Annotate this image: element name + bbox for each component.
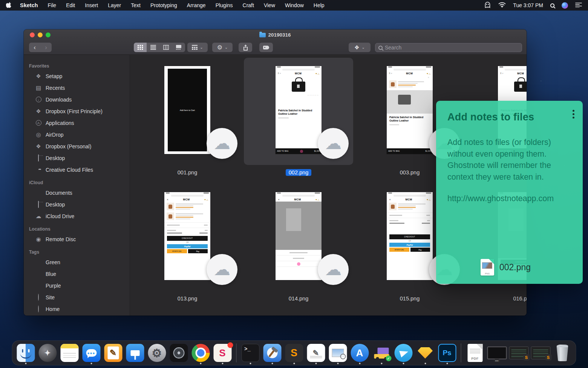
apple-menu-icon[interactable] (6, 2, 12, 9)
file-item-001[interactable]: Add Item to Cart ☁ 001.png (133, 58, 242, 165)
sidebar-tag-site[interactable]: Site (24, 291, 130, 303)
dock-system-preferences-icon[interactable]: ⚙ (147, 342, 167, 364)
dock-slack-icon[interactable]: S (213, 342, 233, 364)
dock-chrome-icon[interactable] (191, 342, 211, 364)
share-button[interactable] (239, 43, 252, 52)
file-thumbnail: ✕MCM♥ △ (276, 192, 322, 280)
wifi-icon[interactable] (498, 2, 506, 9)
sidebar-item-dropbox-personal[interactable]: ❖Dropbox (Personal) (24, 140, 130, 152)
sidebar-section-icloud: iCloud (24, 176, 130, 187)
menu-view[interactable]: View (264, 2, 275, 8)
sidebar-item-recents[interactable]: ▤Recents (24, 82, 130, 94)
spotlight-icon[interactable] (550, 3, 554, 8)
sidebar-item-dropbox-first-principle[interactable]: ❖Dropbox (First Principle) (24, 105, 130, 117)
dock-preview-icon[interactable] (328, 342, 348, 364)
icon-view-button[interactable] (134, 43, 147, 52)
gallery-view-button[interactable] (172, 43, 185, 52)
dock-messages-icon[interactable]: ●●● (81, 342, 101, 364)
dock-finder-icon[interactable] (16, 342, 36, 364)
sidebar-item-setapp[interactable]: ❖Setapp (24, 70, 130, 82)
sidebar-item-downloads[interactable]: ↓Downloads (24, 94, 130, 105)
window-title-group: 20190316 (24, 29, 527, 40)
file-item-014[interactable]: ✕MCM♥ △ ☁ 014.png (244, 184, 353, 291)
menu-craft[interactable]: Craft (243, 2, 254, 8)
file-item-002-selected[interactable]: ≡ ⌕MCM♥ △ • • • • • • Patricia Satchel i… (244, 58, 353, 165)
sidebar-item-desktop[interactable]: Desktop (24, 152, 130, 164)
sidebar-item-icloud-drive[interactable]: ☁iCloud Drive (24, 210, 130, 222)
menu-arrange[interactable]: Arrange (187, 2, 206, 8)
dropbox-toolbar-button[interactable]: ❖ ⌄ (349, 43, 371, 52)
dock-trash-icon[interactable] (553, 342, 573, 364)
sidebar-item-airdrop[interactable]: ◎AirDrop (24, 129, 130, 140)
menu-plugins[interactable]: Plugins (216, 2, 233, 8)
dock-sublime-text-icon[interactable]: S (284, 342, 304, 364)
dock-minimized-window-icon[interactable] (487, 342, 507, 364)
dock-notes-icon[interactable] (60, 342, 80, 364)
close-window-button[interactable] (30, 32, 35, 37)
column-view-button[interactable] (159, 43, 172, 52)
sidebar-tag-green[interactable]: Green (24, 256, 130, 268)
list-view-button[interactable] (147, 43, 159, 52)
siri-icon[interactable] (562, 2, 568, 9)
dock-xcode-icon[interactable] (262, 342, 282, 364)
sidebar-item-creative-cloud-files[interactable]: Creative Cloud Files (24, 164, 130, 176)
sidebar-tag-home[interactable]: Home (24, 303, 130, 315)
menu-prototyping[interactable]: Prototyping (150, 2, 177, 8)
menu-window[interactable]: Window (285, 2, 304, 8)
menu-text[interactable]: Text (131, 2, 141, 8)
menu-layer[interactable]: Layer (108, 2, 121, 8)
dock-minimized-sublime-window-icon[interactable]: S (509, 342, 529, 364)
action-menu-button[interactable]: ⚙ ⌄ (212, 43, 233, 52)
sidebar-tag-purple[interactable]: Purple (24, 280, 130, 291)
cloud-download-icon[interactable]: ☁ (318, 254, 349, 285)
dock-keynote-icon[interactable] (125, 342, 145, 364)
menu-help[interactable]: Help (314, 2, 325, 8)
menu-insert[interactable]: Insert (85, 2, 98, 8)
menu-app-name[interactable]: Sketch (20, 2, 38, 8)
dock-pages-icon[interactable]: ✎ (103, 342, 123, 364)
sidebar-item-icloud-desktop[interactable]: Desktop (24, 199, 130, 210)
dock-sketch-icon[interactable] (415, 342, 435, 364)
dock-pdf-document-icon[interactable]: PDF (465, 342, 485, 364)
search-input[interactable] (385, 45, 519, 51)
tags-button[interactable] (259, 43, 273, 52)
sidebar-item-applications[interactable]: AApplications (24, 117, 130, 129)
dock-separator (461, 343, 461, 362)
cloud-download-icon[interactable]: ☁ (207, 254, 237, 285)
chevron-down-icon: ⌄ (200, 45, 203, 49)
dock-transmit-icon[interactable]: ✓ (372, 342, 392, 364)
forward-button[interactable]: › (40, 43, 52, 52)
sidebar-section-tags: Tags (24, 245, 130, 256)
menu-file[interactable]: File (48, 2, 57, 8)
popup-url-link[interactable]: http://www.ghostnoteapp.com (447, 194, 571, 203)
file-item-013[interactable]: ✕MCM♥ △ CHECKOUT OR PayPal amazon payPay… (133, 184, 242, 291)
popup-body-text: Add notes to files (or folders) without … (447, 137, 571, 183)
cloud-download-icon[interactable]: ☁ (207, 128, 237, 159)
back-button[interactable]: ‹ (29, 43, 40, 52)
group-by-button[interactable]: ⌄ (187, 43, 208, 52)
notification-center-icon[interactable] (575, 2, 582, 9)
window-titlebar[interactable]: 20190316 (24, 29, 527, 40)
dock-separator (236, 343, 237, 362)
dock-disc-app-icon[interactable] (169, 342, 189, 364)
sidebar-item-documents[interactable]: Documents (24, 187, 130, 199)
popup-menu-button[interactable] (573, 110, 574, 119)
dock-launchpad-icon[interactable]: ✦ (38, 342, 58, 364)
menu-edit[interactable]: Edit (66, 2, 75, 8)
sidebar-item-remote-disc[interactable]: ◉Remote Disc (24, 233, 130, 245)
group-icon (192, 45, 198, 50)
zoom-window-button[interactable] (46, 32, 51, 37)
sidebar-tag-blue[interactable]: Blue (24, 268, 130, 280)
dock-app-store-icon[interactable]: A (350, 342, 370, 364)
dock-telegram-icon[interactable] (394, 342, 413, 364)
search-field[interactable] (375, 43, 522, 52)
cloud-download-icon[interactable]: ☁ (318, 128, 349, 159)
dock-terminal-icon[interactable]: >_ (240, 342, 260, 364)
dock-photoshop-icon[interactable]: Ps (437, 342, 457, 364)
ghostnote-popup: Add notes to files Add notes to files (o… (436, 101, 583, 284)
menu-clock[interactable]: Tue 3:07 PM (513, 2, 543, 8)
minimize-window-button[interactable] (38, 32, 43, 37)
dock-minimized-sublime-window-icon[interactable]: S (531, 342, 551, 364)
ghostnote-menu-icon[interactable] (484, 1, 491, 9)
dock-textedit-icon[interactable]: ✎ (306, 342, 326, 364)
